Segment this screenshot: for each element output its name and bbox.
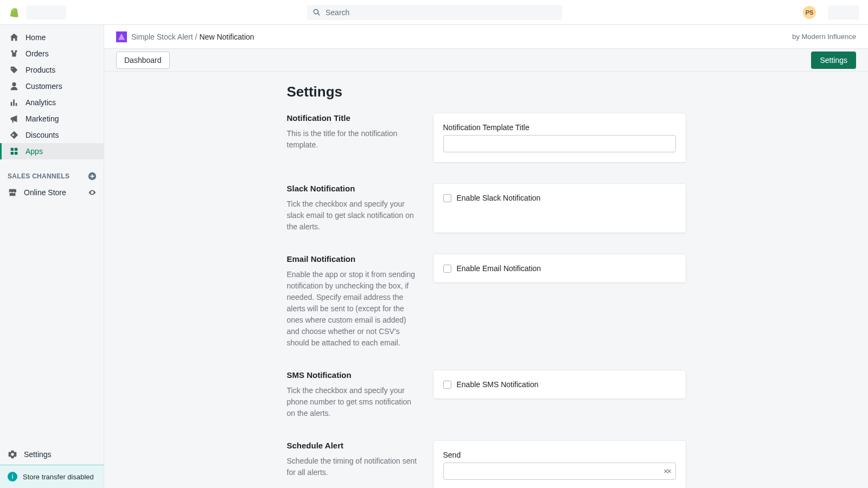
section-desc: Tick the checkbox and specify your slack… (287, 198, 420, 233)
section-desc: This is the title for the notification t… (287, 128, 420, 151)
search-input[interactable]: Search (307, 5, 562, 20)
crumb-app[interactable]: Simple Stock Alert (131, 33, 193, 41)
page-title: Settings (287, 84, 686, 100)
sidebar-item-label: Orders (25, 49, 49, 58)
transfer-banner: i Store transfer disabled (0, 465, 104, 488)
avatar[interactable]: PS (803, 6, 816, 19)
eye-icon[interactable] (87, 188, 97, 197)
sidebar-item-label: Marketing (25, 114, 59, 123)
sidebar-item-label: Discounts (25, 131, 59, 139)
sidebar-item-label: Products (25, 66, 55, 74)
action-bar: Dashboard Settings (104, 49, 868, 72)
schedule-select[interactable] (443, 463, 676, 480)
sidebar-item-apps[interactable]: Apps (0, 143, 104, 159)
checkbox-label: Enable SMS Notification (457, 380, 539, 389)
dashboard-button[interactable]: Dashboard (116, 52, 170, 69)
topbar: Search PS (0, 0, 868, 25)
section-heading: Email Notification (287, 254, 420, 264)
slack-checkbox[interactable] (443, 194, 451, 202)
sales-channels-header: SALES CHANNELS (0, 164, 104, 184)
section-heading: Schedule Alert (287, 441, 420, 450)
add-channel-icon[interactable] (87, 171, 97, 181)
shopify-logo-icon (9, 7, 20, 18)
section-desc: Tick the checkbox and specify your phone… (287, 385, 420, 419)
sidebar-channel-online-store[interactable]: Online Store (0, 184, 104, 201)
sidebar-item-analytics[interactable]: Analytics (0, 94, 104, 111)
section-heading: Slack Notification (287, 184, 420, 193)
sidebar-item-label: Home (25, 33, 46, 42)
section-desc: Schedule the timing of notification sent… (287, 455, 420, 478)
gear-icon (8, 450, 17, 459)
sidebar-item-home[interactable]: Home (0, 29, 104, 46)
sidebar-item-products[interactable]: Products (0, 62, 104, 78)
sidebar-item-label: Online Store (24, 188, 66, 197)
settings-button[interactable]: Settings (811, 52, 856, 69)
products-icon (9, 65, 19, 75)
customers-icon (9, 81, 19, 91)
crumb-current: New Notification (200, 33, 254, 41)
sms-checkbox[interactable] (443, 381, 451, 389)
section-desc: Enable the app or stop it from sending n… (287, 269, 420, 349)
account-menu[interactable] (828, 5, 859, 20)
checkbox-label: Enable Slack Notification (457, 194, 541, 202)
main: Simple Stock Alert / New Notification by… (104, 25, 868, 488)
sidebar-item-label: Apps (25, 147, 43, 156)
section-heading: Notification Title (287, 113, 420, 123)
store-icon (8, 188, 17, 197)
sidebar-item-label: Customers (25, 82, 62, 91)
app-author: by Modern Influence (792, 33, 856, 41)
banner-text: Store transfer disabled (23, 473, 94, 481)
orders-icon (9, 49, 19, 59)
sidebar-item-label: Settings (24, 450, 52, 459)
notification-title-card: Notification Template Title (433, 113, 686, 162)
sidebar-item-customers[interactable]: Customers (0, 78, 104, 94)
schedule-card: Send (433, 441, 686, 488)
email-card: Enable Email Notification (433, 254, 686, 282)
app-icon (116, 31, 127, 42)
info-icon: i (8, 472, 17, 481)
search-icon (312, 8, 321, 17)
sidebar-item-label: Analytics (25, 98, 56, 107)
sidebar: Home Orders Products Customers Analytics… (0, 25, 104, 488)
field-label: Send (443, 451, 676, 459)
discounts-icon (9, 130, 19, 140)
field-label: Notification Template Title (443, 123, 676, 132)
email-checkbox[interactable] (443, 265, 451, 273)
sidebar-item-marketing[interactable]: Marketing (0, 111, 104, 127)
sidebar-item-orders[interactable]: Orders (0, 46, 104, 62)
home-icon (9, 33, 19, 42)
sidebar-item-discounts[interactable]: Discounts (0, 127, 104, 143)
marketing-icon (9, 114, 19, 124)
search-placeholder: Search (326, 8, 349, 17)
breadcrumb: Simple Stock Alert / New Notification by… (104, 25, 868, 49)
notification-title-input[interactable] (443, 135, 676, 152)
store-selector[interactable] (26, 5, 66, 20)
sms-card: Enable SMS Notification (433, 370, 686, 399)
apps-icon (9, 146, 19, 156)
section-heading: SMS Notification (287, 370, 420, 380)
sidebar-item-settings[interactable]: Settings (0, 444, 104, 465)
checkbox-label: Enable Email Notification (457, 264, 541, 273)
slack-card: Enable Slack Notification (433, 184, 686, 233)
analytics-icon (9, 98, 19, 107)
